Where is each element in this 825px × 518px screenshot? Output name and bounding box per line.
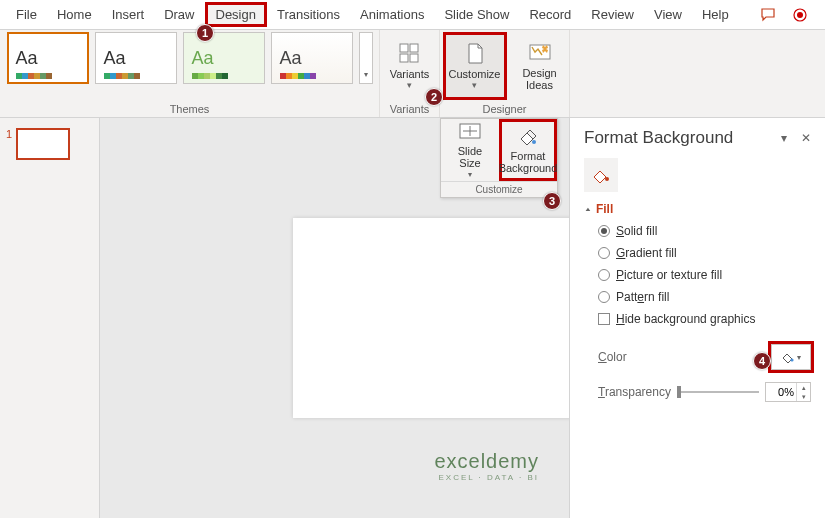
svg-point-1 bbox=[797, 12, 803, 18]
svg-point-10 bbox=[790, 358, 793, 361]
chevron-down-icon: ▾ bbox=[468, 171, 472, 179]
format-background-button[interactable]: Format Background bbox=[499, 119, 557, 181]
themes-more-button[interactable]: ▾ bbox=[359, 32, 373, 84]
tab-review[interactable]: Review bbox=[581, 3, 644, 26]
theme-thumb-1[interactable]: Aa bbox=[7, 32, 89, 84]
comments-icon[interactable] bbox=[759, 6, 777, 24]
svg-rect-3 bbox=[410, 44, 418, 52]
pane-title: Format Background bbox=[584, 128, 733, 148]
group-label-designer: Designer bbox=[482, 102, 526, 117]
slide-size-label: Slide Size bbox=[458, 146, 482, 169]
color-picker-button[interactable]: ▾ bbox=[771, 344, 811, 370]
fill-category-icon[interactable] bbox=[584, 158, 618, 192]
transparency-label: Transparency bbox=[598, 385, 671, 399]
callout-badge-2: 2 bbox=[425, 88, 443, 106]
color-label: Color bbox=[598, 350, 627, 364]
tab-slideshow[interactable]: Slide Show bbox=[434, 3, 519, 26]
close-icon[interactable]: ✕ bbox=[801, 131, 811, 145]
watermark-sub: EXCEL · DATA · BI bbox=[434, 473, 539, 482]
slide-number: 1 bbox=[6, 128, 12, 508]
spin-up-icon[interactable]: ▴ bbox=[797, 383, 810, 392]
format-background-icon bbox=[516, 125, 540, 149]
theme-aa: Aa bbox=[104, 48, 126, 69]
svg-rect-4 bbox=[400, 54, 408, 62]
slide-size-button[interactable]: Slide Size ▾ bbox=[441, 119, 499, 181]
ribbon-body: Aa Aa Aa Aa ▾ Themes bbox=[0, 30, 825, 118]
tab-view[interactable]: View bbox=[644, 3, 692, 26]
pane-options-icon[interactable]: ▾ bbox=[781, 131, 787, 145]
tab-home[interactable]: Home bbox=[47, 3, 102, 26]
customize-label: Customize bbox=[449, 68, 501, 80]
transparency-input[interactable] bbox=[766, 386, 796, 398]
chevron-down-icon: ▾ bbox=[407, 80, 412, 90]
group-label-variants: Variants bbox=[390, 102, 430, 117]
callout-badge-3: 3 bbox=[543, 192, 561, 210]
svg-rect-2 bbox=[400, 44, 408, 52]
watermark-title: exceldemy bbox=[434, 450, 539, 473]
spin-down-icon[interactable]: ▾ bbox=[797, 392, 810, 401]
watermark: exceldemy EXCEL · DATA · BI bbox=[434, 450, 539, 482]
opt-gradient-fill[interactable]: Gradient fill bbox=[598, 246, 811, 260]
tab-file[interactable]: File bbox=[6, 3, 47, 26]
radio-icon bbox=[598, 291, 610, 303]
transparency-slider[interactable] bbox=[677, 385, 759, 399]
theme-thumb-2[interactable]: Aa bbox=[95, 32, 177, 84]
format-background-label: Format Background bbox=[499, 151, 558, 174]
opt-hide-graphics[interactable]: Hide background graphics bbox=[598, 312, 811, 326]
design-ideas-label: Design Ideas bbox=[522, 67, 556, 91]
callout-badge-1: 1 bbox=[196, 24, 214, 42]
radio-icon bbox=[598, 247, 610, 259]
slide-thumbnails: 1 bbox=[0, 118, 100, 518]
design-ideas-icon bbox=[528, 41, 552, 65]
tab-record[interactable]: Record bbox=[519, 3, 581, 26]
svg-point-9 bbox=[605, 177, 609, 181]
tab-help[interactable]: Help bbox=[692, 3, 739, 26]
customize-button[interactable]: Customize ▾ bbox=[443, 32, 507, 100]
theme-thumb-3[interactable]: Aa bbox=[183, 32, 265, 84]
opt-picture-fill[interactable]: Picture or texture fill bbox=[598, 268, 811, 282]
checkbox-icon bbox=[598, 313, 610, 325]
chevron-down-icon: ▾ bbox=[797, 353, 801, 362]
theme-aa: Aa bbox=[192, 48, 214, 69]
transparency-spinner[interactable]: ▴▾ bbox=[765, 382, 811, 402]
section-fill[interactable]: Fill bbox=[584, 202, 811, 216]
svg-point-8 bbox=[532, 140, 536, 144]
radio-icon bbox=[598, 269, 610, 281]
svg-rect-5 bbox=[410, 54, 418, 62]
chevron-down-icon: ▾ bbox=[364, 70, 368, 79]
slide-size-icon bbox=[458, 120, 482, 144]
group-label-themes: Themes bbox=[170, 102, 210, 117]
customize-dropdown: Slide Size ▾ Format Background Customize bbox=[440, 118, 558, 198]
chevron-down-icon: ▾ bbox=[472, 80, 477, 90]
variants-label: Variants bbox=[390, 68, 430, 80]
paint-bucket-icon bbox=[781, 350, 795, 364]
tab-animations[interactable]: Animations bbox=[350, 3, 434, 26]
record-icon[interactable] bbox=[791, 6, 809, 24]
variants-icon bbox=[398, 42, 422, 66]
theme-aa: Aa bbox=[280, 48, 302, 69]
slide-thumb-1[interactable] bbox=[16, 128, 70, 160]
customize-footer: Customize bbox=[441, 181, 557, 197]
theme-aa: Aa bbox=[16, 48, 38, 69]
ribbon-tabs: File Home Insert Draw Design Transitions… bbox=[0, 0, 825, 30]
page-icon bbox=[463, 42, 487, 66]
callout-badge-4: 4 bbox=[753, 352, 771, 370]
theme-thumb-4[interactable]: Aa bbox=[271, 32, 353, 84]
opt-solid-fill[interactable]: Solid fill bbox=[598, 224, 811, 238]
tab-transitions[interactable]: Transitions bbox=[267, 3, 350, 26]
opt-pattern-fill[interactable]: Pattern fill bbox=[598, 290, 811, 304]
design-ideas-button[interactable]: Design Ideas bbox=[513, 32, 567, 100]
tab-design[interactable]: Design bbox=[205, 2, 267, 27]
tab-draw[interactable]: Draw bbox=[154, 3, 204, 26]
format-background-pane: Format Background ▾ ✕ Fill Solid fill Gr… bbox=[569, 118, 825, 518]
radio-icon bbox=[598, 225, 610, 237]
tab-insert[interactable]: Insert bbox=[102, 3, 155, 26]
